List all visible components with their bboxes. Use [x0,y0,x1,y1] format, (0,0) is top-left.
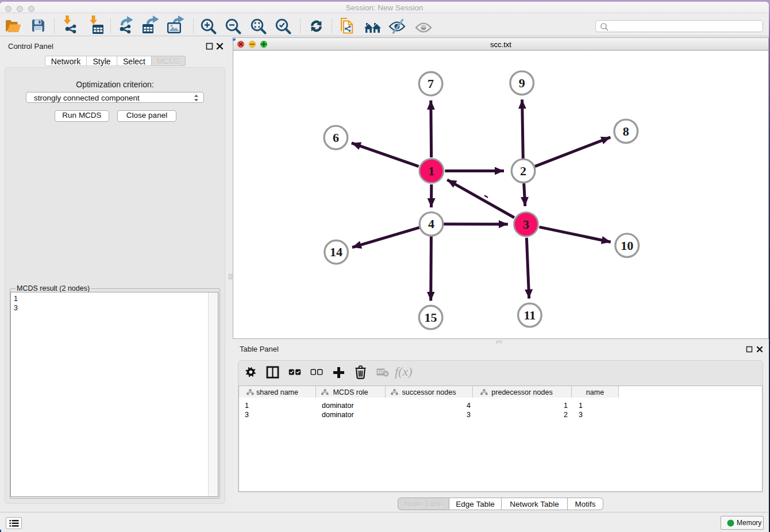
svg-text:4: 4 [428,217,434,231]
svg-text:2: 2 [520,164,526,178]
svg-text:9: 9 [519,76,525,90]
svg-text:1: 1 [428,164,434,178]
svg-text:14: 14 [330,245,342,259]
svg-text:15: 15 [425,310,437,325]
svg-text:11: 11 [524,308,536,322]
svg-text:3: 3 [523,217,529,232]
svg-text:6: 6 [333,130,339,145]
svg-text:7: 7 [428,76,434,91]
svg-text:8: 8 [623,124,629,138]
svg-text:10: 10 [621,238,633,253]
